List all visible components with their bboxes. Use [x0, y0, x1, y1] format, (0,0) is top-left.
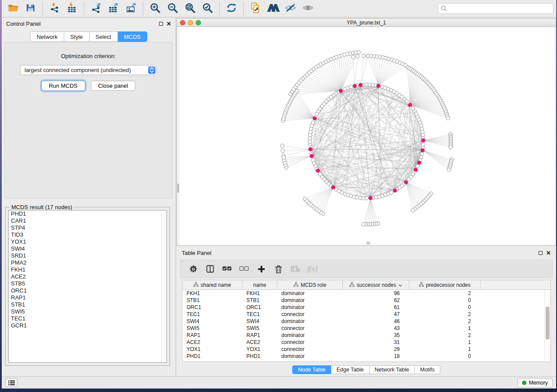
table-row[interactable]: SWI5SWI5connector431: [183, 325, 550, 332]
mcds-result-list[interactable]: PHD1CAR1STP4TID3YOX1SWI4SRD1PMA2FKH1ACE2…: [8, 210, 167, 363]
mcds-result-item[interactable]: PHD1: [9, 210, 166, 217]
mcds-result-item[interactable]: STP4: [9, 224, 166, 231]
mcds-result-item[interactable]: ORC1: [9, 287, 166, 294]
show-columns-button[interactable]: [204, 262, 217, 275]
hide-selected-button[interactable]: [283, 2, 298, 16]
mcds-hub-node[interactable]: [369, 196, 373, 200]
optimization-criterion-select[interactable]: largest connected component (undirected): [20, 65, 157, 75]
network-node[interactable]: [311, 158, 315, 162]
tab-network[interactable]: Network: [30, 31, 64, 42]
table-close-icon[interactable]: ✕: [546, 250, 551, 256]
show-all-button[interactable]: [300, 2, 316, 16]
export-image-button[interactable]: [123, 2, 139, 16]
zoom-selected-button[interactable]: [200, 2, 215, 16]
save-session-button[interactable]: [23, 2, 38, 16]
network-vscrollbar[interactable]: [177, 28, 179, 245]
mcds-hub-node[interactable]: [417, 161, 421, 165]
table-row[interactable]: ACE2ACE2connector311: [183, 339, 550, 346]
table-vscrollbar[interactable]: [544, 290, 550, 361]
column-header-MCDS-role[interactable]: MCDS role: [277, 280, 343, 289]
network-node[interactable]: [349, 85, 353, 89]
mcds-result-item[interactable]: CAR1: [9, 217, 166, 224]
mcds-hub-node[interactable]: [316, 168, 320, 172]
delete-column-button[interactable]: [272, 262, 285, 275]
column-header-name[interactable]: name: [242, 280, 277, 289]
network-node[interactable]: [362, 54, 365, 58]
table-row[interactable]: ORC1ORC1dominator610: [183, 304, 550, 311]
tab-select[interactable]: Select: [90, 31, 118, 42]
zoom-in-button[interactable]: [147, 2, 163, 16]
mcds-list-scrollbar[interactable]: [161, 210, 166, 362]
close-panel-button[interactable]: Close panel: [91, 81, 136, 91]
tab-node-table[interactable]: Node Table: [292, 365, 331, 374]
first-neighbors-button[interactable]: [265, 2, 281, 16]
mcds-hub-node[interactable]: [359, 83, 363, 87]
mcds-hub-node[interactable]: [339, 89, 343, 93]
table-row[interactable]: TEC1TEC1connector472: [183, 311, 550, 318]
zoom-out-button[interactable]: [165, 2, 180, 16]
network-node[interactable]: [351, 55, 355, 58]
export-table-button[interactable]: [106, 2, 121, 16]
table-settings-button[interactable]: [187, 262, 200, 275]
network-node[interactable]: [447, 168, 450, 172]
column-header-successor-nodes[interactable]: successor nodes: [343, 280, 409, 289]
table-row[interactable]: YOX1YOX1connector291: [183, 346, 550, 353]
mcds-result-item[interactable]: GCR1: [9, 322, 166, 329]
zoom-fit-button[interactable]: [182, 2, 198, 16]
tab-style[interactable]: Style: [64, 31, 90, 42]
table-row[interactable]: SWI4SWI4dominator462: [183, 318, 550, 325]
mcds-result-item[interactable]: SWI4: [9, 245, 166, 252]
network-node[interactable]: [446, 116, 450, 120]
network-node[interactable]: [356, 55, 359, 58]
network-node[interactable]: [416, 164, 419, 168]
mcds-hub-node[interactable]: [414, 168, 418, 172]
column-header-shared-name[interactable]: shared name: [183, 280, 242, 289]
column-header-predecessor-nodes[interactable]: predecessor nodes: [409, 280, 481, 289]
network-node[interactable]: [318, 172, 322, 176]
mcds-result-item[interactable]: STB1: [9, 301, 166, 308]
mcds-result-item[interactable]: PMA2: [9, 259, 166, 266]
mcds-result-item[interactable]: ACE2: [9, 273, 166, 280]
table-row[interactable]: PHD1PHD1dominator180: [183, 353, 550, 360]
table-row[interactable]: STB1STB1dominator620: [183, 297, 550, 304]
mcds-result-item[interactable]: TID3: [9, 231, 166, 238]
tab-network-table[interactable]: Network Table: [370, 365, 415, 374]
search-input[interactable]: [438, 3, 554, 14]
run-mcds-button[interactable]: Run MCDS: [42, 81, 85, 91]
table-row[interactable]: FKH1FKH1dominator962: [183, 290, 550, 297]
table-float-icon[interactable]: [539, 251, 543, 255]
network-node[interactable]: [411, 208, 415, 212]
mcds-hub-node[interactable]: [408, 103, 412, 107]
select-all-rows-button[interactable]: [221, 262, 234, 275]
network-node[interactable]: [405, 100, 408, 103]
open-file-button[interactable]: [5, 2, 21, 16]
mcds-result-item[interactable]: RAP1: [9, 294, 166, 301]
deselect-all-rows-button[interactable]: [238, 262, 251, 275]
network-node[interactable]: [282, 156, 285, 159]
network-node[interactable]: [449, 145, 452, 149]
tab-motifs[interactable]: Motifs: [415, 365, 440, 374]
network-node[interactable]: [281, 149, 284, 153]
mcds-hub-node[interactable]: [308, 148, 312, 151]
mcds-result-item[interactable]: STB5: [9, 280, 166, 287]
network-node[interactable]: [407, 177, 411, 181]
mcds-hub-node[interactable]: [421, 138, 425, 142]
mcds-result-item[interactable]: FKH1: [9, 266, 166, 273]
float-panel-icon[interactable]: [159, 22, 163, 26]
network-node[interactable]: [280, 144, 284, 148]
network-node[interactable]: [295, 89, 298, 93]
tab-mcds[interactable]: MCDS: [118, 31, 147, 42]
mcds-result-item[interactable]: TEC1: [9, 315, 166, 322]
tab-edge-table[interactable]: Edge Table: [331, 365, 369, 374]
network-hscroll-thumb[interactable]: [367, 242, 370, 244]
table-row[interactable]: RAP1RAP1dominator352: [183, 332, 550, 339]
network-vscroll-thumb[interactable]: [177, 184, 179, 193]
network-graph[interactable]: [177, 28, 556, 245]
table-vscroll-thumb[interactable]: [546, 306, 550, 340]
network-canvas[interactable]: [177, 28, 556, 245]
export-network-button[interactable]: [88, 2, 104, 16]
mcds-hub-node[interactable]: [331, 186, 335, 189]
copy-network-button[interactable]: [248, 2, 263, 16]
network-node[interactable]: [357, 51, 360, 54]
import-table-button[interactable]: [64, 2, 80, 16]
